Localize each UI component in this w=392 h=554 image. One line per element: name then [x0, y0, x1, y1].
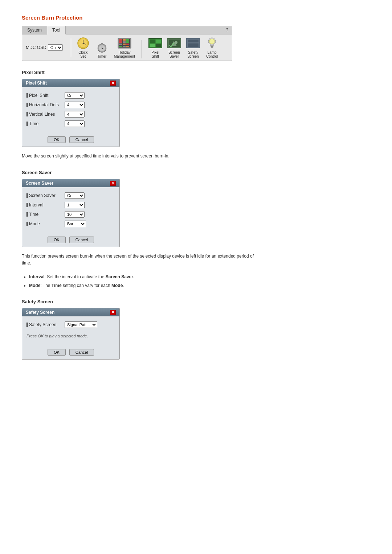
holiday-label2: Management	[114, 54, 135, 58]
svg-point-4	[82, 43, 83, 44]
clock-set-label: Clock	[78, 50, 87, 54]
pixel-shift-row-0: Pixel Shift OnOff	[26, 92, 115, 99]
screen-saver-close-button[interactable]: ✕	[110, 181, 116, 186]
label-bar	[26, 193, 28, 198]
screen-saver-cancel-button[interactable]: Cancel	[69, 237, 94, 243]
label-bar	[26, 212, 28, 217]
safety-screen-icon	[186, 37, 200, 50]
clock-icon	[76, 37, 90, 50]
svg-rect-15	[123, 39, 126, 41]
safety-screen-note-row: Press OK to play a selected mode.	[26, 331, 115, 340]
svg-rect-38	[188, 40, 199, 42]
main-title: Screen Burn Protection	[22, 15, 370, 21]
toolbar-divider2	[142, 40, 142, 58]
pixel-shift-dialog-footer: OK Cancel	[22, 134, 119, 147]
pixel-shift-select-3[interactable]: 12345	[65, 120, 85, 127]
svg-rect-14	[119, 39, 122, 41]
tab-system[interactable]: System	[22, 26, 47, 34]
toolbar-icon-group: Clock Set Timer	[76, 37, 219, 58]
screen-saver-title: Screen Saver	[22, 170, 370, 175]
bullet-mode-bold: Mode	[111, 283, 123, 288]
pixel-shift-cancel-button[interactable]: Cancel	[69, 136, 94, 143]
screen-saver-label: Screen	[168, 50, 180, 54]
mdc-osd-label: MDC OSD	[26, 45, 46, 50]
timer-icon	[95, 41, 109, 54]
bullet-mode-time: Time	[52, 283, 62, 288]
toolbar-icon-timer[interactable]: Timer	[95, 41, 109, 58]
screen-saver-dialog-header: Screen Saver ✕	[22, 179, 119, 187]
safety-screen-close-button[interactable]: ✕	[110, 310, 116, 315]
svg-point-11	[102, 48, 102, 49]
svg-rect-17	[119, 41, 122, 43]
svg-rect-16	[126, 39, 129, 41]
pixel-shift-icon	[148, 37, 162, 50]
toolbar-icon-lamp-control[interactable]: Lamp Control	[205, 37, 219, 58]
tab-tool[interactable]: Tool	[47, 26, 66, 34]
screen-saver-select-3[interactable]: BarEraserPixel	[65, 221, 86, 227]
safety-screen-dialog: Safety Screen ✕ Safety Screen Signal Pat…	[22, 308, 120, 360]
safety-screen-label: Safety	[188, 50, 198, 54]
label-bar	[26, 122, 28, 126]
safety-screen-select-0[interactable]: Signal Patt... Bar Eraser Pixel Rolling …	[65, 321, 97, 328]
pixel-shift-ok-button[interactable]: OK	[48, 136, 66, 143]
safety-screen-ok-button[interactable]: OK	[48, 349, 66, 356]
screen-saver-dialog-body: Screen Saver OnOff Interval 12345	[22, 187, 119, 234]
svg-rect-20	[119, 44, 122, 45]
pixel-shift-select-0[interactable]: OnOff	[65, 92, 85, 99]
pixel-shift-dialog-title: Pixel Shift	[26, 81, 47, 86]
pixel-shift-title: Pixel Shift	[22, 70, 370, 75]
mdc-osd-select[interactable]: On Off	[48, 44, 63, 51]
bullet-interval-term: Interval	[29, 274, 45, 279]
help-icon[interactable]: ?	[222, 26, 232, 34]
screen-saver-icon	[167, 37, 181, 50]
screen-saver-description: This function prevents screen burn-in wh…	[22, 253, 254, 267]
screen-saver-select-1[interactable]: 12345	[65, 202, 85, 208]
pixel-shift-select-2[interactable]: 12345	[65, 111, 85, 118]
svg-rect-25	[126, 46, 129, 47]
toolbar-icon-holiday[interactable]: Holiday Management	[114, 37, 135, 58]
pixel-shift-label-3: Time	[26, 121, 65, 126]
svg-rect-28	[150, 40, 155, 43]
screen-saver-dialog-footer: OK Cancel	[22, 234, 119, 247]
screen-saver-ok-button[interactable]: OK	[48, 237, 66, 243]
safety-screen-cancel-button[interactable]: Cancel	[69, 349, 94, 356]
mdc-osd-control: MDC OSD On Off	[26, 44, 63, 51]
safety-screen-title: Safety Screen	[22, 299, 370, 304]
label-bar	[26, 93, 28, 98]
screen-saver-dialog-title: Screen Saver	[26, 181, 53, 186]
svg-rect-23	[119, 46, 122, 47]
label-bar	[26, 103, 28, 107]
toolbar-icon-clock-set[interactable]: Clock Set	[76, 37, 90, 58]
svg-rect-29	[156, 40, 161, 43]
label-bar	[26, 203, 28, 207]
toolbar-body: MDC OSD On Off Clock	[22, 34, 232, 61]
screen-saver-row-1: Interval 12345	[26, 202, 115, 208]
timer-label: Timer	[97, 54, 106, 58]
pixel-shift-label: Pixel	[151, 50, 159, 54]
pixel-shift-close-button[interactable]: ✕	[110, 81, 116, 86]
toolbar-icon-safety-screen[interactable]: Safety Screen	[186, 37, 200, 58]
screen-saver-label-0: Screen Saver	[26, 193, 65, 198]
safety-screen-section: Safety Screen Safety Screen ✕ Safety Scr…	[22, 299, 370, 360]
bullet-mode: Mode: The Time setting can vary for each…	[29, 282, 370, 289]
lamp-icon	[205, 37, 219, 50]
toolbar-icon-pixel-shift[interactable]: Pixel Shift	[148, 37, 162, 58]
pixel-shift-label-2: Vertical Lines	[26, 112, 65, 117]
svg-rect-21	[123, 44, 126, 45]
lamp-control-label: Lamp	[208, 50, 217, 54]
toolbar-tabs: System Tool ?	[22, 26, 232, 34]
svg-point-35	[175, 41, 177, 44]
pixel-shift-section: Pixel Shift Pixel Shift ✕ Pixel Shift On…	[22, 70, 370, 160]
screen-saver-select-2[interactable]: 510152030	[65, 211, 85, 218]
svg-rect-43	[211, 45, 213, 46]
svg-rect-22	[126, 44, 129, 45]
bullet-mode-text2: setting can vary for each	[62, 283, 111, 288]
pixel-shift-dialog-header: Pixel Shift ✕	[22, 79, 119, 87]
pixel-shift-select-1[interactable]: 12345	[65, 102, 85, 108]
svg-rect-39	[188, 43, 199, 47]
pixel-shift-label-1: Horizontal Dots	[26, 102, 65, 107]
toolbar-icon-screen-saver[interactable]: Screen Saver	[167, 37, 181, 58]
pixel-shift-dialog: Pixel Shift ✕ Pixel Shift OnOff Horizont…	[22, 79, 120, 147]
screen-saver-select-0[interactable]: OnOff	[65, 192, 85, 199]
label-bar	[26, 222, 28, 226]
